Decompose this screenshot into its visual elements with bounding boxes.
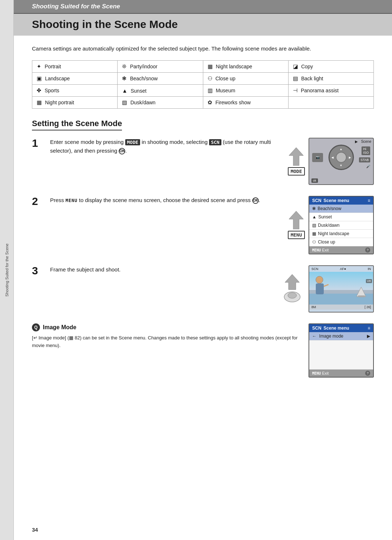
- image-mode-heading: Q Image Mode: [32, 323, 301, 331]
- photo-scn-label: SCN: [311, 267, 318, 271]
- scene-copy: ◪ Copy: [288, 61, 373, 73]
- scene-night-portrait: ▦ Night portrait: [32, 97, 118, 109]
- photo-bottom-bar: 8M [ 26]: [309, 305, 373, 310]
- beach-menu-label: Beach/snow: [318, 206, 341, 211]
- svg-marker-0: [289, 148, 303, 166]
- image-mode-text: [↵ Image mode] (▦ 82) can be set in the …: [32, 334, 301, 350]
- scene-landscape: ▣ Landscape: [32, 73, 118, 85]
- scene-label: Panorama assist: [301, 88, 339, 93]
- scene-menu-footer: MENU Exit ?: [309, 246, 373, 254]
- ok-symbol: OK: [119, 148, 125, 154]
- image-mode-left: Q Image Mode [↵ Image mode] (▦ 82) can b…: [32, 323, 301, 350]
- scene-party: ❊ Party/indoor: [118, 61, 203, 73]
- panorama-icon: ⊣: [293, 87, 298, 93]
- night-menu-label: Night landscape: [318, 231, 349, 236]
- svg-marker-2: [285, 274, 299, 290]
- step-1-images: MODE ▶ Scene 📷: [288, 138, 374, 185]
- hi-iso-icon: HiISO: [362, 146, 370, 155]
- menu2-lines-icon: ≡: [368, 326, 370, 331]
- scene-beach: ❃ Beach/snow: [118, 73, 203, 85]
- table-row: ✦ Portrait ❊ Party/indoor ▦ Night landsc…: [32, 61, 374, 73]
- museum-icon: ▥: [208, 87, 213, 93]
- scn-key: SCN: [209, 139, 221, 145]
- scene-label: Sports: [45, 88, 59, 93]
- night-menu-icon: ▦: [312, 231, 316, 236]
- intro-text: Camera settings are automatically optimi…: [32, 44, 374, 53]
- sunset-menu-label: Sunset: [318, 214, 332, 219]
- menu-item-beach[interactable]: ❃ Beach/snow: [309, 205, 373, 213]
- cam1-scene-label: ▶ Scene: [355, 140, 371, 144]
- scene-sunset: ▲ Sunset: [118, 85, 203, 97]
- page-title: Shooting in the Scene Mode: [32, 18, 374, 31]
- chevron-right-icon: ▶: [367, 334, 370, 339]
- scene-menu-header: SCN Scene menu ≡: [309, 197, 373, 205]
- step-2-images: MENU SCN Scene menu ≡ ❃ Beach/snow ▲: [288, 196, 374, 254]
- svg-line-9: [324, 285, 328, 286]
- scene-label: Portrait: [45, 64, 61, 69]
- scene-label: Back light: [301, 76, 323, 81]
- fireworks-icon: ✿: [208, 99, 212, 105]
- sunset-menu-icon: ▲: [312, 214, 317, 219]
- main-content: Camera settings are automatically optimi…: [14, 36, 392, 388]
- dusk-menu-icon: ▧: [312, 223, 316, 228]
- menu-item-closeup[interactable]: ⚇ Close up: [309, 238, 373, 246]
- photo-frame-count: [ 26]: [364, 305, 371, 309]
- ref-icon-book: ▦: [69, 335, 73, 340]
- side-bar: Shooting Suited for the Scene: [0, 0, 14, 540]
- scene-dusk: ▧ Dusk/dawn: [118, 97, 203, 109]
- scene-label: Landscape: [45, 76, 70, 81]
- empty-space: [309, 340, 373, 370]
- scene-menu2-header: SCN Scene menu ≡: [309, 324, 373, 332]
- step-1-content: Enter scene mode by pressing MODE in sho…: [50, 138, 281, 155]
- cam1-dial: ▲ ▼ ◀ ▶: [328, 145, 354, 170]
- arrow-down-icon-2: [289, 211, 303, 229]
- closeup-menu-label: Close up: [318, 239, 335, 245]
- scene-sports: ✤ Sports: [32, 85, 118, 97]
- vr-label: VR: [366, 279, 372, 283]
- beach-icon: ❃: [122, 75, 127, 81]
- scene-label: Party/indoor: [130, 64, 157, 69]
- scene-backlight: ▤ Back light: [288, 73, 373, 85]
- photo-mp-label: 8M: [311, 305, 316, 309]
- mode-btn: MODE: [288, 167, 305, 176]
- page-title-bar: Shooting in the Scene Mode: [14, 14, 392, 36]
- menu-item-dusk[interactable]: ▧ Dusk/dawn: [309, 221, 373, 230]
- image-mode-ref-icon: ↵: [33, 335, 37, 340]
- landscape-icon: ▣: [37, 75, 42, 81]
- vr-icon: STAB: [359, 157, 370, 162]
- scene-menu-title: Scene menu: [323, 198, 368, 203]
- scene-menu-image-mode: SCN Scene menu ≡ ← Image mode ▶ MENU Exi…: [309, 323, 374, 378]
- copy-icon: ◪: [293, 63, 298, 69]
- image-mode-menu-label: ← Image mode: [312, 334, 343, 339]
- svg-marker-1: [289, 211, 303, 229]
- step-1-number: 1: [32, 138, 43, 149]
- menu-item-night[interactable]: ▦ Night landscape: [309, 230, 373, 238]
- scn-label: SCN: [312, 198, 321, 203]
- person-icon: [312, 275, 330, 305]
- table-row: ▦ Night portrait ▧ Dusk/dawn ✿ Fireworks…: [32, 97, 374, 109]
- ok-symbol-2: OK: [252, 197, 259, 204]
- svg-point-7: [316, 276, 323, 283]
- scene-menu2-title: Scene menu: [323, 326, 368, 331]
- step-1: 1 Enter scene mode by pressing MODE in s…: [32, 138, 374, 185]
- step-3-number: 3: [32, 265, 43, 276]
- cam1-ok-label: ok: [311, 178, 318, 183]
- image-mode-title: Image Mode: [43, 324, 76, 331]
- scene-label: Beach/snow: [130, 76, 158, 81]
- scene-label: Copy: [301, 64, 313, 69]
- menu-key: MENU: [66, 198, 78, 203]
- scene-menu-step2: SCN Scene menu ≡ ❃ Beach/snow ▲ Sunset ▧: [309, 196, 374, 254]
- header-subtitle: Shooting Suited for the Scene: [32, 3, 120, 10]
- photo-af-label: AF●: [340, 267, 346, 271]
- scene-label: Night landscape: [216, 64, 252, 69]
- scene-night-landscape: ▦ Night landscape: [203, 61, 288, 73]
- menu2-footer-text: MENU Exit: [312, 371, 329, 375]
- close-up-icon: ⚇: [208, 75, 212, 81]
- arrow-down-icon: [289, 148, 303, 166]
- menu2-item-imagemode[interactable]: ← Image mode ▶: [309, 332, 373, 340]
- arrow-left-icon: ←: [312, 334, 317, 339]
- scene-museum: ▥ Museum: [203, 85, 288, 97]
- menu-footer-text: MENU Exit: [312, 248, 329, 252]
- scene-portrait: ✦ Portrait: [32, 61, 118, 73]
- menu-item-sunset[interactable]: ▲ Sunset: [309, 213, 373, 221]
